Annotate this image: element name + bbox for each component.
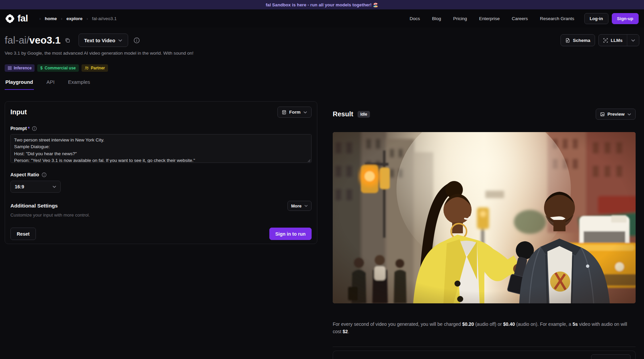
nav-docs[interactable]: Docs [410, 16, 420, 21]
grid-icon [8, 66, 12, 70]
fal-logo[interactable]: fal [5, 13, 28, 24]
chevron-down-icon [627, 113, 631, 116]
image-icon [600, 112, 605, 117]
status-badge: Idle [358, 111, 370, 118]
announcement-banner[interactable]: fal Sandbox is here - run all your model… [0, 0, 644, 9]
pricing-text: (audio on). For example, a [515, 321, 573, 327]
model-name: veo3.1 [29, 35, 60, 46]
fal-logo-icon [5, 14, 14, 23]
result-video-preview[interactable] [333, 132, 636, 303]
tab-api[interactable]: API [46, 79, 55, 90]
chevron-right-icon: › [39, 16, 41, 21]
auth-buttons: Log-in Sign-up [584, 13, 639, 24]
form-view-label: Form [289, 110, 301, 115]
section-divider [333, 347, 636, 347]
chevron-right-icon: › [87, 16, 88, 21]
model-tabs: Playground API Examples [5, 79, 639, 90]
model-description: Veo 3.1 by Google, the most advanced AI … [5, 51, 639, 56]
nav-pricing[interactable]: Pricing [453, 16, 467, 21]
pricing-text: (audio off) or [474, 321, 503, 327]
site-header: fal › home › explore › fal-ai/veo3.1 Doc… [0, 9, 644, 27]
more-settings-dropdown[interactable]: More [287, 201, 312, 211]
copy-model-id-button[interactable] [65, 38, 70, 43]
llms-button[interactable]: LLMs [599, 35, 627, 46]
chevron-down-icon [304, 204, 308, 207]
aspect-ratio-info-icon[interactable] [42, 172, 47, 177]
llms-button-group: LLMs [598, 34, 639, 46]
page-title: fal-ai/ veo3.1 [5, 35, 61, 46]
chevron-down-icon [118, 39, 122, 42]
model-namespace: fal-ai/ [5, 35, 29, 46]
breadcrumb: › home › explore › fal-ai/veo3.1 [39, 16, 117, 21]
badge-partner: Partner [82, 64, 108, 72]
required-asterisk: * [28, 126, 30, 131]
dollar-icon: $ [40, 66, 43, 70]
nav-careers[interactable]: Careers [512, 16, 528, 21]
schema-button[interactable]: Schema [560, 34, 595, 46]
badge-commercial-label: Commercial use [45, 66, 76, 70]
badge-inference: Inference [5, 64, 35, 72]
badge-inference-label: Inference [14, 66, 32, 70]
prompt-info-icon[interactable] [32, 126, 37, 131]
form-icon [282, 110, 286, 115]
chevron-down-icon [52, 185, 56, 188]
login-button[interactable]: Log-in [584, 13, 608, 24]
aspect-ratio-select[interactable]: 16:9 [10, 181, 61, 193]
model-type-label: Text to Video [84, 38, 115, 43]
input-panel: Input Form Prompt * [5, 101, 317, 244]
signup-button[interactable]: Sign-up [612, 13, 639, 24]
pricing-note: For every second of video you generated,… [333, 321, 633, 335]
model-actions: Schema LLMs [560, 34, 639, 46]
breadcrumb-current: fal-ai/veo3.1 [92, 16, 117, 21]
price-audio-on: $0.40 [503, 321, 515, 327]
llms-label: LLMs [611, 38, 623, 43]
tab-playground[interactable]: Playground [5, 79, 34, 90]
nav-enterprise[interactable]: Enterprise [479, 16, 500, 21]
preview-label: Preview [607, 112, 625, 117]
breadcrumb-explore[interactable]: explore [66, 16, 83, 21]
result-title: Result [333, 110, 353, 118]
prompt-label: Prompt [10, 126, 27, 131]
model-type-dropdown[interactable]: Text to Video [78, 34, 128, 47]
chevron-right-icon: › [61, 16, 62, 21]
sign-in-to-run-button[interactable]: Sign in to run [269, 228, 312, 240]
model-info-icon[interactable] [133, 37, 140, 44]
badge-commercial-use: $ Commercial use [37, 64, 78, 72]
model-badges: Inference $ Commercial use Partner [5, 64, 639, 72]
aspect-ratio-value: 16:9 [15, 184, 24, 189]
prompt-input[interactable]: Two person street interview in New York … [10, 134, 312, 163]
example-duration: 5s [573, 321, 578, 327]
more-label: More [291, 203, 302, 208]
schema-label: Schema [573, 38, 590, 43]
result-panel: Result Idle Preview [333, 101, 636, 359]
street-interview-scene [333, 132, 636, 303]
people-icon [85, 66, 89, 70]
pricing-text: For every second of video you generated,… [333, 321, 462, 327]
tab-examples[interactable]: Examples [67, 79, 91, 90]
pricing-text: . [348, 329, 349, 334]
breadcrumb-home[interactable]: home [45, 16, 57, 21]
example-total: $2 [343, 329, 348, 334]
fal-logo-text: fal [17, 13, 28, 24]
aspect-ratio-label: Aspect Ratio [10, 172, 39, 177]
main-nav: Docs Blog Pricing Enterprise Careers Res… [410, 16, 574, 21]
reset-button[interactable]: Reset [10, 228, 36, 240]
nav-research-grants[interactable]: Research Grants [540, 16, 574, 21]
price-audio-off: $0.20 [462, 321, 474, 327]
additional-settings-title: Additional Settings [10, 203, 58, 209]
announcement-text: fal Sandbox is here - run all your model… [266, 2, 378, 7]
additional-settings-subtitle: Customize your input with more control. [10, 213, 312, 218]
logs-panel-button[interactable] [591, 354, 631, 359]
llms-dropdown-button[interactable] [627, 35, 639, 46]
preview-dropdown[interactable]: Preview [596, 109, 636, 120]
badge-partner-label: Partner [91, 66, 105, 70]
model-header: fal-ai/ veo3.1 Text to Video [5, 34, 639, 47]
form-view-dropdown[interactable]: Form [277, 107, 312, 118]
input-title: Input [10, 108, 27, 116]
nav-blog[interactable]: Blog [432, 16, 441, 21]
chevron-down-icon [303, 111, 307, 114]
logs-panel-partial [333, 351, 636, 359]
